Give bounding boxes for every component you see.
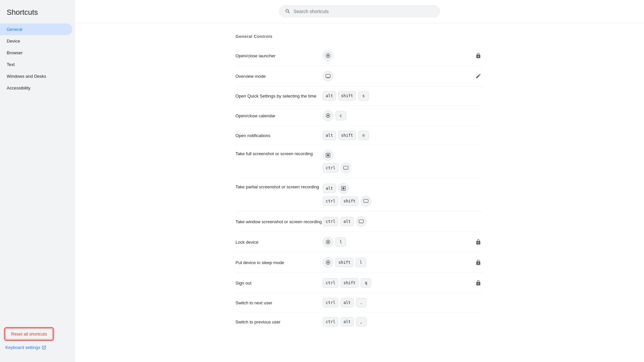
combo-line <box>323 150 464 161</box>
key-badge: shift <box>338 131 356 140</box>
shortcut-row-multi: Take full screenshot or screen recording… <box>235 145 484 178</box>
shortcut-combo-group: ctrl <box>323 150 464 173</box>
external-link-icon <box>42 345 46 350</box>
shortcut-row: Open/close launcher <box>235 46 484 66</box>
shortcut-actions <box>464 257 484 268</box>
svg-point-17 <box>327 261 329 263</box>
overview-key-icon <box>361 196 371 206</box>
sidebar-item-device[interactable]: Device <box>0 35 72 47</box>
key-badge: ctrl <box>323 317 338 326</box>
key-badge: alt <box>340 317 354 326</box>
shortcut-label: Switch to next user <box>235 300 323 305</box>
edit-icon[interactable] <box>473 71 484 81</box>
shortcut-row: Overview mode <box>235 66 484 86</box>
sidebar-item-browser[interactable]: Browser <box>0 47 72 59</box>
shortcut-label: Put device in sleep mode <box>235 260 323 265</box>
svg-rect-10 <box>343 166 348 169</box>
key-badge: alt <box>323 91 336 101</box>
shortcut-combo-group: alt ctrl shift <box>323 183 464 206</box>
key-badge: ctrl <box>323 298 338 307</box>
combo-line: ctrl shift <box>323 196 464 206</box>
svg-point-9 <box>327 154 329 156</box>
key-badge: . <box>356 298 367 307</box>
overview-key-icon <box>356 216 367 227</box>
app-title: Shortcuts <box>0 5 75 23</box>
shortcut-keys: l <box>323 237 464 247</box>
shortcut-row: Switch to previous user ctrl alt , <box>235 312 484 331</box>
key-badge: l <box>335 237 346 247</box>
svg-rect-13 <box>364 199 368 202</box>
key-badge: shift <box>340 196 359 206</box>
main-header <box>75 0 644 23</box>
key-badge: ctrl <box>323 163 338 173</box>
shortcut-label: Take partial screenshot or screen record… <box>235 183 323 189</box>
shortcut-row-multi: Take partial screenshot or screen record… <box>235 178 484 212</box>
shortcut-label: Open Quick Settings by selecting the tim… <box>235 94 323 99</box>
shortcut-row: Open Quick Settings by selecting the tim… <box>235 86 484 106</box>
shortcut-keys: ctrl alt <box>323 216 464 227</box>
reset-all-shortcuts-button[interactable]: Reset all shortcuts <box>5 328 53 340</box>
shortcut-keys <box>323 71 464 81</box>
key-badge: alt <box>323 131 336 140</box>
key-badge: l <box>356 258 366 267</box>
launcher-key-icon <box>323 110 333 121</box>
search-icon <box>285 8 291 14</box>
shortcut-label: Overview mode <box>235 74 323 79</box>
section-title: General Controls <box>235 34 484 39</box>
lock-icon <box>473 237 484 247</box>
overview-key-icon <box>323 71 333 81</box>
shortcut-label: Switch to previous user <box>235 319 323 324</box>
shortcut-keys: alt shift n <box>323 131 464 140</box>
svg-point-12 <box>342 187 344 189</box>
shortcut-label: Lock device <box>235 240 323 245</box>
key-badge: alt <box>323 184 336 193</box>
combo-line: alt <box>323 183 464 194</box>
shortcut-keys: ctrl shift q <box>323 278 464 288</box>
svg-rect-2 <box>326 74 330 77</box>
shortcut-keys: c <box>323 110 464 121</box>
key-badge: c <box>335 111 346 120</box>
shortcut-row: Switch to next user ctrl alt . <box>235 293 484 312</box>
key-badge: ctrl <box>323 217 338 226</box>
sidebar: Shortcuts General Device Browser Text Wi… <box>0 0 75 362</box>
launcher-key-icon <box>323 50 333 61</box>
combo-line: ctrl <box>323 163 464 173</box>
svg-rect-14 <box>359 220 363 223</box>
shortcut-actions <box>464 278 484 288</box>
key-badge: ctrl <box>323 196 338 206</box>
search-input[interactable] <box>293 9 434 14</box>
key-badge: shift <box>338 91 356 101</box>
shortcut-label: Sign out <box>235 281 323 286</box>
launcher-key-icon <box>323 257 333 268</box>
keyboard-settings-label: Keyboard settings <box>5 345 40 350</box>
lock-icon <box>473 50 484 61</box>
sidebar-item-accessibility[interactable]: Accessibility <box>0 82 72 94</box>
launcher-key-icon <box>323 237 333 247</box>
shortcut-actions <box>464 50 484 61</box>
key-badge: s <box>358 91 369 101</box>
shortcut-label: Open/close calendar <box>235 113 323 118</box>
shortcut-row: Take window screenshot or screen recordi… <box>235 212 484 232</box>
key-badge: alt <box>340 298 354 307</box>
shortcut-label: Open/close launcher <box>235 53 323 58</box>
shortcut-label: Take window screenshot or screen recordi… <box>235 219 323 224</box>
screenshot-key-icon <box>338 183 349 194</box>
shortcut-label: Open notifications <box>235 133 323 138</box>
svg-point-0 <box>327 55 329 56</box>
keyboard-settings-link[interactable]: Keyboard settings <box>5 344 70 351</box>
shortcut-row: Sign out ctrl shift q <box>235 273 484 293</box>
sidebar-item-windows-desks[interactable]: Windows and Desks <box>0 70 72 82</box>
shortcut-actions <box>464 237 484 247</box>
shortcut-keys: alt shift s <box>323 91 464 101</box>
sidebar-nav: General Device Browser Text Windows and … <box>0 23 75 323</box>
sidebar-item-text[interactable]: Text <box>0 59 72 70</box>
key-badge: , <box>356 317 367 326</box>
shortcut-row: Lock device l <box>235 232 484 252</box>
shortcut-label: Take full screenshot or screen recording <box>235 150 323 156</box>
screenshot-key-icon <box>323 150 333 161</box>
overview-key-icon <box>340 163 351 173</box>
shortcut-row: Put device in sleep mode shift l <box>235 252 484 273</box>
key-badge: ctrl <box>323 278 338 288</box>
key-badge: alt <box>340 217 354 226</box>
sidebar-item-general[interactable]: General <box>0 23 72 35</box>
